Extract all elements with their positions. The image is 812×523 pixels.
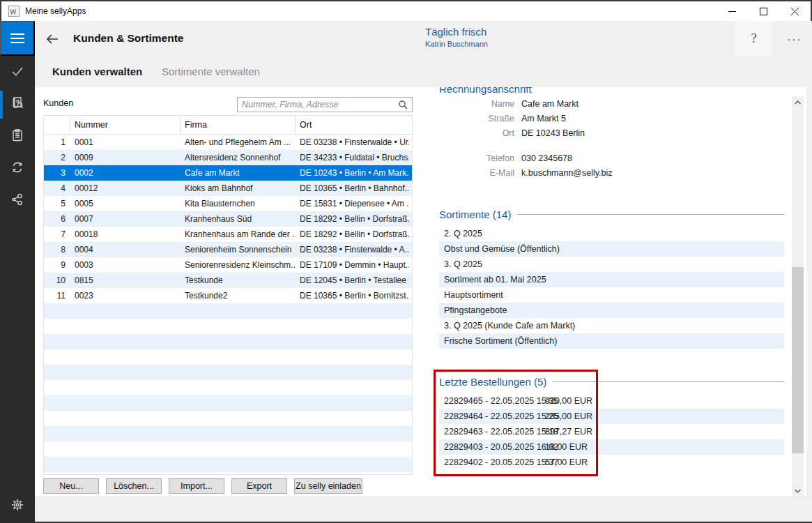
table-empty-row: [44, 441, 412, 457]
table-empty-row: [44, 411, 412, 426]
search-input[interactable]: [242, 98, 392, 112]
billing-field: E-Mailk.buschmann@selly.biz: [439, 166, 718, 181]
back-button[interactable]: [43, 30, 61, 48]
cell-ort: DE 34233 • Fuldatal • Bruchs...: [296, 150, 409, 165]
sortiment-item[interactable]: 3. Q 2025 (Kunde Cafe am Markt): [439, 318, 784, 333]
vertical-scrollbar[interactable]: [792, 96, 804, 497]
cell-ort: DE 17109 • Demmin • Haupt...: [296, 257, 409, 273]
field-label: E-Mail: [439, 166, 521, 181]
row-index: 8: [44, 242, 70, 257]
cell-nummer: 0009: [70, 150, 181, 165]
table-row[interactable]: 400012Kioks am BahnhofDE 10365 • Berlin …: [44, 181, 412, 196]
sortimente-section-title: Sortimente (14): [439, 209, 511, 220]
table-empty-row: [44, 365, 412, 380]
cell-firma: Alten- und Pflegeheim Am ...: [181, 135, 296, 150]
sidebar-item-settings[interactable]: [0, 490, 35, 522]
sidebar: [0, 21, 35, 523]
billing-fields: NameCafe am MarktStraßeAm Markt 5OrtDE 1…: [439, 97, 718, 181]
table-row[interactable]: 60007Kranhenhaus SüdDE 18292 • Bellin • …: [44, 211, 412, 227]
table-header: Nummer Firma Ort: [44, 116, 412, 135]
maximize-button[interactable]: [748, 1, 779, 21]
table-empty-row: [44, 334, 412, 349]
row-index: 1: [44, 135, 70, 150]
scrollbar-thumb[interactable]: [792, 267, 804, 453]
sidebar-item-tasks[interactable]: [0, 56, 35, 89]
field-value: 030 2345678: [521, 151, 572, 166]
scroll-down-arrow-icon[interactable]: [792, 485, 804, 497]
row-index: 6: [44, 211, 70, 227]
sidebar-item-customers[interactable]: [0, 89, 35, 121]
cell-ort: DE 10365 • Berlin • Bornitzst...: [296, 288, 409, 303]
row-index: 3: [44, 165, 70, 181]
action-button-import[interactable]: Import...: [169, 478, 224, 494]
sortiment-item[interactable]: Frische Sortiment (Öffentlich): [439, 333, 784, 349]
tab-sortimente-verwalten[interactable]: Sortimente verwalten: [162, 56, 260, 87]
table-empty-row: [44, 426, 412, 441]
sortiment-item[interactable]: Hauptsortiment: [439, 287, 784, 303]
cell-firma: Cafe am Markt: [181, 165, 296, 181]
account-name: Täglich frisch: [425, 26, 488, 38]
column-header-index: [44, 116, 70, 134]
table-empty-row: [44, 395, 412, 411]
table-row[interactable]: 30002Cafe am MarktDE 10243 • Berlin • Am…: [44, 165, 412, 181]
sidebar-item-orders[interactable]: [0, 121, 35, 153]
row-index: 9: [44, 257, 70, 273]
field-value: Cafe am Markt: [521, 97, 579, 112]
cell-firma: Testkunde: [181, 273, 296, 288]
tab-kunden-verwalten[interactable]: Kunden verwalten: [52, 56, 142, 87]
cell-nummer: 0007: [70, 211, 181, 227]
billing-field: Telefon030 2345678: [439, 151, 718, 166]
field-label: Ort: [439, 126, 521, 141]
cell-ort: DE 03238 • Finsterwalde • A...: [296, 242, 409, 257]
page-header: Kunden & Sortimente Täglich frisch Katri…: [35, 21, 812, 56]
action-button-neu[interactable]: Neu...: [43, 478, 99, 494]
app-logo-icon: [8, 6, 20, 17]
table-row[interactable]: 700018Kranhenhaus am Rande der ...DE 182…: [44, 227, 412, 242]
gear-icon: [10, 497, 25, 515]
table-row[interactable]: 20009Altersresidenz SonnenhofDE 34233 • …: [44, 150, 412, 165]
account-switcher[interactable]: Täglich frisch Katrin Buschmann: [425, 26, 488, 48]
search-icon[interactable]: [398, 100, 408, 113]
help-button[interactable]: ?: [734, 21, 774, 56]
action-button-export[interactable]: Export: [231, 478, 287, 494]
sortiment-item[interactable]: Pfingstangebote: [439, 303, 784, 318]
scroll-up-arrow-icon[interactable]: [792, 96, 804, 108]
table-empty-row: [44, 319, 412, 334]
account-user: Katrin Buschmann: [425, 40, 488, 48]
cell-nummer: 0023: [70, 288, 181, 303]
cell-firma: Kioks am Bahnhof: [181, 181, 296, 196]
clipboard-icon: [10, 128, 25, 146]
cell-firma: Kita Blausternchen: [181, 196, 296, 211]
sidebar-item-sync[interactable]: [0, 153, 35, 185]
sortimente-section-header: Sortimente (14): [439, 209, 784, 220]
column-header-ort[interactable]: Ort: [296, 116, 412, 134]
sortimente-list: 2. Q 2025Obst und Gemüse (Öffentlich)3. …: [439, 226, 784, 349]
column-header-firma[interactable]: Firma: [181, 116, 296, 134]
table-row[interactable]: 10001Alten- und Pflegeheim Am ...DE 0323…: [44, 135, 412, 150]
close-button[interactable]: [779, 1, 811, 21]
table-row[interactable]: 80004Seniorenheim SonnenscheinDE 03238 •…: [44, 242, 412, 257]
cell-nummer: 0815: [70, 273, 181, 288]
field-value: DE 10243 Berlin: [521, 126, 585, 141]
row-index: 4: [44, 181, 70, 196]
table-body: 10001Alten- und Pflegeheim Am ...DE 0323…: [44, 135, 412, 472]
column-header-nummer[interactable]: Nummer: [70, 116, 181, 134]
sortiment-item[interactable]: Obst und Gemüse (Öffentlich): [439, 241, 784, 257]
action-button-zu-selly-einladen[interactable]: Zu selly einladen: [294, 478, 362, 494]
sortiment-item[interactable]: 2. Q 2025: [439, 226, 784, 241]
titlebar: Meine sellyApps: [1, 1, 811, 21]
action-button-l-schen[interactable]: Löschen...: [106, 478, 162, 494]
table-row[interactable]: 100815TestkundeDE 12045 • Berlin • Testa…: [44, 273, 412, 288]
hamburger-menu-button[interactable]: [0, 21, 35, 56]
share-network-icon: [10, 192, 25, 210]
customer-actions: Neu...Löschen...Import...ExportZu selly …: [43, 478, 362, 494]
sortiment-item[interactable]: 3. Q 2025: [439, 257, 784, 272]
cell-ort: DE 03238 • Finsterwalde • Ur...: [296, 135, 409, 150]
more-options-button[interactable]: ···: [782, 21, 807, 56]
table-row[interactable]: 110023Testkunde2DE 10365 • Berlin • Born…: [44, 288, 412, 303]
sidebar-item-share[interactable]: [0, 185, 35, 217]
table-row[interactable]: 50005Kita BlausternchenDE 15831 • Diepen…: [44, 196, 412, 211]
minimize-button[interactable]: [717, 1, 748, 21]
sortiment-item[interactable]: Sortiment ab 01. Mai 2025: [439, 272, 784, 287]
table-row[interactable]: 90003Seniorenresidenz Kleinschm...DE 171…: [44, 257, 412, 273]
